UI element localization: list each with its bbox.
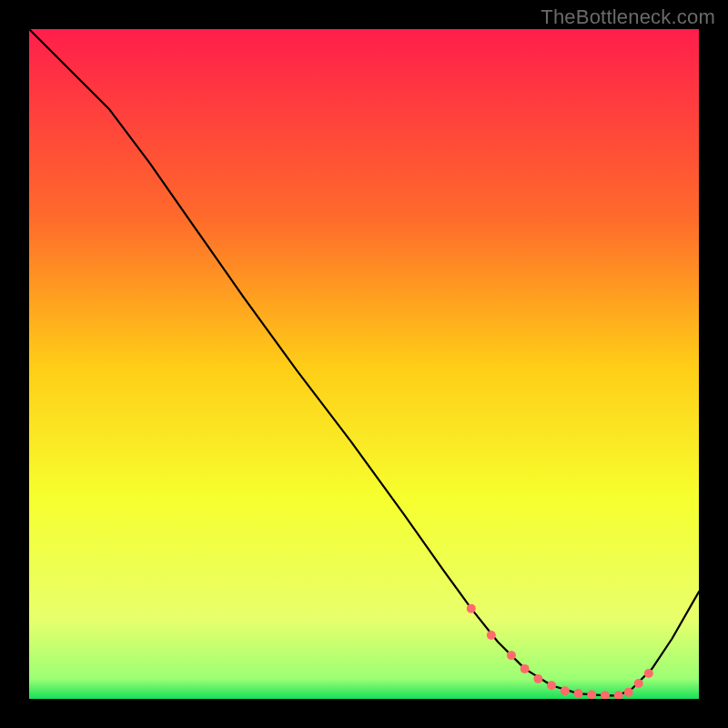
chart-plot bbox=[29, 29, 699, 699]
trough-marker bbox=[521, 664, 530, 673]
trough-marker bbox=[624, 688, 633, 697]
trough-marker bbox=[634, 679, 643, 688]
trough-marker bbox=[547, 681, 556, 690]
trough-marker bbox=[561, 686, 570, 695]
trough-marker bbox=[533, 674, 542, 683]
chart-stage: TheBottleneck.com bbox=[0, 0, 728, 728]
trough-marker bbox=[507, 651, 516, 660]
trough-marker bbox=[487, 631, 496, 640]
watermark-text: TheBottleneck.com bbox=[541, 5, 715, 29]
trough-marker bbox=[467, 604, 476, 613]
trough-marker bbox=[574, 689, 583, 698]
chart-background bbox=[29, 29, 699, 699]
trough-marker bbox=[644, 669, 653, 678]
